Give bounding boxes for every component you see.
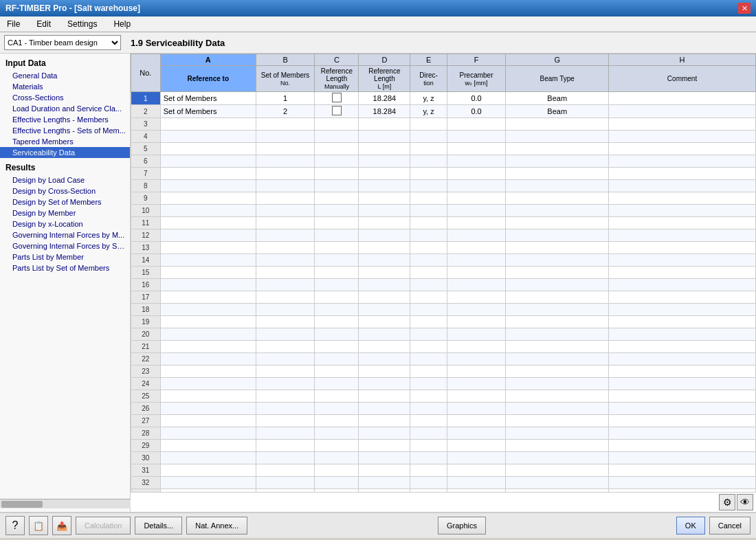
sidebar-item-load-duration[interactable]: Load Duration and Service Cla... bbox=[0, 103, 130, 114]
menu-settings[interactable]: Settings bbox=[63, 18, 101, 30]
sidebar-item-design-member[interactable]: Design by Member bbox=[0, 207, 130, 218]
cell-empty-11-3[interactable] bbox=[359, 217, 410, 229]
cell-empty-20-0[interactable] bbox=[160, 328, 256, 341]
cell-empty-21-0[interactable] bbox=[160, 341, 256, 353]
cell-empty-14-0[interactable] bbox=[160, 254, 256, 267]
cell-empty-13-4[interactable] bbox=[410, 242, 447, 254]
cell-empty-26-4[interactable] bbox=[410, 403, 447, 415]
cell-empty-27-5[interactable] bbox=[447, 415, 506, 427]
cell-empty-13-2[interactable] bbox=[315, 242, 359, 254]
cell-H-1[interactable] bbox=[609, 92, 756, 105]
cell-empty-12-4[interactable] bbox=[410, 229, 447, 242]
cell-empty-15-3[interactable] bbox=[359, 267, 410, 279]
cell-empty-4-5[interactable] bbox=[447, 131, 506, 143]
cell-empty-12-7[interactable] bbox=[609, 229, 756, 242]
cell-empty-17-3[interactable] bbox=[359, 291, 410, 304]
cell-empty-31-2[interactable] bbox=[315, 464, 359, 477]
cell-empty-11-7[interactable] bbox=[609, 217, 756, 229]
cell-empty-6-6[interactable] bbox=[506, 155, 609, 168]
cell-empty-25-2[interactable] bbox=[315, 390, 359, 403]
cell-empty-14-1[interactable] bbox=[256, 254, 315, 267]
cell-empty-10-5[interactable] bbox=[447, 205, 506, 217]
cell-empty-23-5[interactable] bbox=[447, 365, 506, 378]
cell-empty-3-6[interactable] bbox=[506, 118, 609, 131]
cell-empty-15-1[interactable] bbox=[256, 267, 315, 279]
menu-edit[interactable]: Edit bbox=[32, 18, 55, 30]
cell-empty-4-6[interactable] bbox=[506, 131, 609, 143]
cell-empty-29-0[interactable] bbox=[160, 440, 256, 452]
cell-empty-14-7[interactable] bbox=[609, 254, 756, 267]
menu-file[interactable]: File bbox=[3, 18, 24, 30]
cell-empty-3-0[interactable] bbox=[160, 118, 256, 131]
cell-empty-25-1[interactable] bbox=[256, 390, 315, 403]
cell-empty-23-3[interactable] bbox=[359, 365, 410, 378]
cell-empty-27-0[interactable] bbox=[160, 415, 256, 427]
checkbox-1[interactable] bbox=[332, 93, 342, 102]
th-F[interactable]: F bbox=[447, 54, 506, 66]
cell-empty-7-5[interactable] bbox=[447, 168, 506, 180]
cell-empty-23-4[interactable] bbox=[410, 365, 447, 378]
cell-empty-8-0[interactable] bbox=[160, 180, 256, 192]
cell-empty-6-5[interactable] bbox=[447, 155, 506, 168]
cell-empty-32-1[interactable] bbox=[256, 477, 315, 489]
cell-empty-4-1[interactable] bbox=[256, 131, 315, 143]
cell-empty-3-3[interactable] bbox=[359, 118, 410, 131]
cell-empty-6-3[interactable] bbox=[359, 155, 410, 168]
cell-empty-18-5[interactable] bbox=[447, 304, 506, 316]
cell-empty-20-5[interactable] bbox=[447, 328, 506, 341]
cell-empty-5-4[interactable] bbox=[410, 143, 447, 155]
cell-empty-14-3[interactable] bbox=[359, 254, 410, 267]
cell-empty-14-6[interactable] bbox=[506, 254, 609, 267]
cell-empty-4-3[interactable] bbox=[359, 131, 410, 143]
cell-empty-30-7[interactable] bbox=[609, 452, 756, 464]
cell-empty-25-0[interactable] bbox=[160, 390, 256, 403]
th-G[interactable]: G bbox=[506, 54, 609, 66]
sidebar-item-design-load-case[interactable]: Design by Load Case bbox=[0, 175, 130, 185]
cell-empty-19-3[interactable] bbox=[359, 316, 410, 328]
cell-empty-27-3[interactable] bbox=[359, 415, 410, 427]
cell-empty-24-6[interactable] bbox=[506, 378, 609, 390]
sidebar-item-tapered-members[interactable]: Tapered Members bbox=[0, 136, 130, 147]
cell-empty-20-3[interactable] bbox=[359, 328, 410, 341]
cell-empty-17-7[interactable] bbox=[609, 291, 756, 304]
sidebar-item-cross-sections[interactable]: Cross-Sections bbox=[0, 92, 130, 103]
cell-empty-11-6[interactable] bbox=[506, 217, 609, 229]
cell-empty-4-4[interactable] bbox=[410, 131, 447, 143]
details-button[interactable]: Details... bbox=[135, 517, 182, 535]
cell-empty-19-2[interactable] bbox=[315, 316, 359, 328]
cell-empty-28-7[interactable] bbox=[609, 427, 756, 440]
cell-empty-10-7[interactable] bbox=[609, 205, 756, 217]
sidebar-item-design-x-location[interactable]: Design by x-Location bbox=[0, 218, 130, 229]
cell-empty-10-6[interactable] bbox=[506, 205, 609, 217]
cell-empty-27-7[interactable] bbox=[609, 415, 756, 427]
cell-empty-9-7[interactable] bbox=[609, 192, 756, 205]
cell-empty-8-1[interactable] bbox=[256, 180, 315, 192]
cell-empty-10-2[interactable] bbox=[315, 205, 359, 217]
sidebar-item-design-cross-section[interactable]: Design by Cross-Section bbox=[0, 185, 130, 196]
cell-empty-7-7[interactable] bbox=[609, 168, 756, 180]
cell-empty-18-3[interactable] bbox=[359, 304, 410, 316]
cell-empty-19-6[interactable] bbox=[506, 316, 609, 328]
cell-empty-14-4[interactable] bbox=[410, 254, 447, 267]
cell-D-1[interactable]: 18.284 bbox=[359, 92, 410, 105]
sidebar-item-effective-lengths-members[interactable]: Effective Lengths - Members bbox=[0, 114, 130, 125]
cell-empty-28-5[interactable] bbox=[447, 427, 506, 440]
cell-empty-7-6[interactable] bbox=[506, 168, 609, 180]
cell-empty-18-4[interactable] bbox=[410, 304, 447, 316]
cell-empty-25-3[interactable] bbox=[359, 390, 410, 403]
cell-empty-5-7[interactable] bbox=[609, 143, 756, 155]
cell-empty-18-0[interactable] bbox=[160, 304, 256, 316]
cell-empty-17-1[interactable] bbox=[256, 291, 315, 304]
cell-empty-24-5[interactable] bbox=[447, 378, 506, 390]
sidebar-item-serviceability-data[interactable]: Serviceability Data bbox=[0, 147, 130, 158]
cell-empty-5-3[interactable] bbox=[359, 143, 410, 155]
cell-empty-7-0[interactable] bbox=[160, 168, 256, 180]
cell-empty-31-6[interactable] bbox=[506, 464, 609, 477]
th-C[interactable]: C bbox=[315, 54, 359, 66]
cell-empty-17-4[interactable] bbox=[410, 291, 447, 304]
cell-empty-9-4[interactable] bbox=[410, 192, 447, 205]
cell-empty-10-1[interactable] bbox=[256, 205, 315, 217]
cell-empty-15-7[interactable] bbox=[609, 267, 756, 279]
sidebar-item-design-set-members[interactable]: Design by Set of Members bbox=[0, 196, 130, 207]
cell-empty-33-0[interactable] bbox=[160, 489, 256, 493]
